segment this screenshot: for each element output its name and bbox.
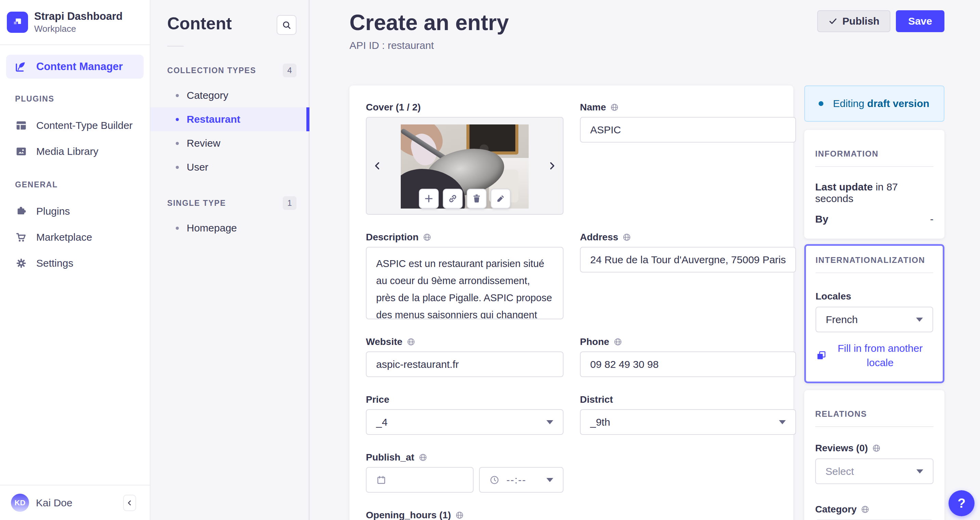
- collapse-sidebar-button[interactable]: [123, 495, 136, 511]
- subnav-item-user[interactable]: User: [150, 155, 309, 179]
- address-field: Address 24 Rue de la Tour d'Auvergne, 75…: [580, 232, 796, 272]
- website-label: Website: [366, 336, 402, 347]
- delete-asset-button[interactable]: [467, 189, 487, 208]
- district-value: _9th: [590, 417, 610, 428]
- sidebar-section-plugins: PLUGINS: [15, 94, 150, 103]
- subnav-item-label: User: [187, 161, 208, 173]
- phone-label: Phone: [580, 336, 609, 347]
- divider: [815, 166, 934, 167]
- draft-prefix: Editing: [833, 98, 864, 109]
- name-input[interactable]: ASPIC: [580, 117, 796, 143]
- description-textarea[interactable]: ASPIC est un restaurant parisien situé a…: [366, 247, 563, 319]
- cover-field: Cover (1 / 2): [366, 102, 563, 215]
- phone-field: Phone 09 82 49 30 98: [580, 336, 796, 377]
- group-title-collection-types: COLLECTION TYPES: [167, 66, 256, 75]
- globe-icon: [455, 511, 464, 520]
- relations-title: RELATIONS: [815, 409, 934, 419]
- pencil-icon: [495, 193, 506, 204]
- cover-carousel: [366, 117, 563, 215]
- fill-from-locale-link[interactable]: Fill in from another locale: [816, 341, 933, 370]
- carousel-next-button[interactable]: [544, 158, 559, 173]
- district-label: District: [580, 394, 613, 405]
- collection-types-count-badge: 4: [283, 64, 296, 77]
- copy-link-button[interactable]: [443, 189, 463, 208]
- gear-icon: [15, 257, 27, 269]
- chevron-down-icon: [779, 420, 786, 424]
- name-field: Name ASPIC: [580, 102, 796, 143]
- save-button[interactable]: Save: [896, 10, 945, 32]
- media-icon: [15, 145, 27, 157]
- sidebar-item-label: Content Manager: [36, 60, 123, 73]
- price-select[interactable]: _4: [366, 409, 563, 435]
- publish-at-date-input[interactable]: [366, 467, 474, 493]
- address-input[interactable]: 24 Rue de la Tour d'Auvergne, 75009 Pari…: [580, 247, 796, 272]
- price-label: Price: [366, 394, 390, 405]
- cover-label: Cover (1 / 2): [366, 102, 421, 113]
- relations-card: RELATIONS Reviews (0) Select Category: [804, 390, 945, 520]
- main-content: Create an entry API ID : restaurant Publ…: [309, 0, 980, 520]
- edit-asset-button[interactable]: [491, 189, 511, 208]
- subnav-item-label: Restaurant: [187, 113, 240, 125]
- entry-side-panel: Editing draft version INFORMATION Last u…: [804, 86, 945, 520]
- workspace-brand[interactable]: Strapi Dashboard Workplace: [0, 0, 150, 45]
- publish-button[interactable]: Publish: [817, 10, 891, 32]
- help-button[interactable]: ?: [948, 490, 975, 516]
- sidebar-item-settings[interactable]: Settings: [0, 250, 150, 276]
- subnav-item-category[interactable]: Category: [150, 83, 309, 107]
- draft-status-banner: Editing draft version: [804, 86, 945, 122]
- website-input[interactable]: aspic-restaurant.fr: [366, 351, 563, 377]
- phone-input[interactable]: 09 82 49 30 98: [580, 351, 796, 377]
- district-select[interactable]: _9th: [580, 409, 796, 435]
- sidebar-item-plugins[interactable]: Plugins: [0, 198, 150, 224]
- last-update-label: Last update: [815, 181, 873, 192]
- sidebar-item-media-library[interactable]: Media Library: [0, 138, 150, 164]
- draft-emphasis: draft version: [867, 98, 929, 109]
- globe-icon: [861, 505, 870, 514]
- sidebar-item-label: Settings: [36, 258, 73, 269]
- calendar-icon: [376, 475, 387, 485]
- globe-icon: [610, 103, 619, 112]
- carousel-prev-button[interactable]: [370, 158, 385, 173]
- fill-from-locale-label: Fill in from another locale: [827, 341, 933, 370]
- reviews-select[interactable]: Select: [815, 458, 934, 484]
- sidebar-item-content-manager[interactable]: Content Manager: [6, 55, 144, 79]
- locales-select[interactable]: French: [816, 307, 933, 332]
- sidebar-item-label: Marketplace: [36, 231, 92, 243]
- search-button[interactable]: [277, 15, 296, 35]
- strapi-dashboard-screen: Strapi Dashboard Workplace Content Manag…: [0, 0, 980, 520]
- reviews-placeholder: Select: [826, 466, 854, 477]
- search-icon: [282, 20, 292, 30]
- subnav-item-restaurant[interactable]: Restaurant: [150, 107, 309, 131]
- subnav-item-homepage[interactable]: Homepage: [150, 216, 309, 240]
- layout-icon: [15, 119, 27, 132]
- entry-form-card: Cover (1 / 2): [350, 86, 793, 520]
- sidebar-item-content-type-builder[interactable]: Content-Type Builder: [0, 113, 150, 138]
- content-subnav: Content COLLECTION TYPES 4 Category Rest…: [150, 0, 309, 520]
- subnav-item-label: Review: [187, 137, 220, 149]
- price-field: Price _4: [366, 394, 563, 435]
- chevron-down-icon: [546, 478, 553, 482]
- website-field: Website aspic-restaurant.fr: [366, 336, 563, 377]
- check-icon: [828, 16, 838, 26]
- add-asset-button[interactable]: [419, 189, 439, 208]
- publish-at-time-input[interactable]: --:--: [479, 467, 563, 493]
- subnav-item-label: Homepage: [187, 222, 237, 234]
- bullet-icon: [176, 142, 179, 145]
- chevron-left-icon: [126, 499, 134, 507]
- by-row: By -: [815, 213, 934, 225]
- draft-status-text: Editing draft version: [833, 98, 929, 110]
- description-label: Description: [366, 232, 418, 243]
- page-title: Create an entry: [350, 10, 509, 35]
- sidebar-item-label: Content-Type Builder: [36, 120, 133, 131]
- sidebar-item-label: Plugins: [36, 205, 70, 217]
- subnav-item-review[interactable]: Review: [150, 131, 309, 155]
- internationalization-title: INTERNATIONALIZATION: [816, 255, 933, 265]
- save-label: Save: [908, 15, 932, 27]
- globe-icon: [423, 233, 431, 242]
- address-label: Address: [580, 232, 618, 243]
- link-icon: [447, 193, 458, 204]
- category-label: Category: [815, 504, 857, 515]
- chevron-right-icon: [546, 161, 557, 171]
- api-id-subtitle: API ID : restaurant: [350, 40, 509, 51]
- sidebar-item-marketplace[interactable]: Marketplace: [0, 224, 150, 250]
